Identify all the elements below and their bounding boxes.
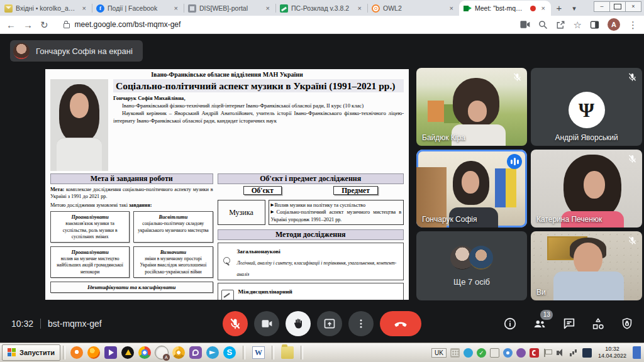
browser-tab-strip: Вхідні • korolko_andr@ × f Події | Faceb… — [0, 0, 644, 16]
participant-name: Андрій Яворський — [531, 133, 642, 142]
presenting-banner-text: Гончарук Софія на екрані — [36, 47, 133, 56]
reload-icon[interactable]: ↻ — [40, 20, 48, 30]
meeting-time: 10:32 — [11, 319, 33, 329]
tile-baidiuk-kira[interactable]: Байдюк Кіра — [416, 68, 527, 146]
close-icon[interactable]: × — [81, 4, 87, 12]
app-tray-icon[interactable] — [582, 348, 592, 358]
antivirus-icon[interactable]: ✓ — [477, 348, 486, 358]
maximize-button[interactable] — [609, 1, 626, 12]
profile-avatar[interactable]: A — [608, 18, 620, 31]
language-indicator[interactable]: UK — [431, 348, 447, 358]
viber-icon[interactable] — [189, 346, 202, 359]
share-icon[interactable] — [556, 20, 565, 30]
address-bar[interactable]: meet.google.com/bst-mqmx-gef — [56, 20, 512, 29]
raise-hand-button[interactable] — [286, 311, 311, 336]
browser-menu-icon[interactable]: ⋮ — [628, 20, 638, 30]
close-icon[interactable]: × — [265, 4, 271, 12]
side-panel-icon[interactable] — [590, 20, 599, 30]
bookmark-star-icon[interactable]: ☆ — [574, 20, 582, 30]
person-silhouette — [553, 272, 624, 300]
task-text: взаємозв'язок музики та суспільства, рол… — [63, 221, 118, 239]
back-icon[interactable]: ← — [6, 20, 16, 30]
tab-owl2[interactable]: OWL2 × — [367, 1, 459, 16]
chat-button[interactable] — [562, 317, 576, 331]
volume-icon[interactable] — [556, 348, 565, 358]
zoom-icon[interactable] — [538, 20, 548, 30]
tab-dis-portal[interactable]: DIS[WEB]-portal × — [184, 1, 275, 16]
tile-andrii-yavorskyi[interactable]: Ψ Андрій Яворський — [531, 68, 642, 146]
tab-facebook[interactable]: f Події | Facebook × — [92, 1, 184, 16]
clipboard-icon[interactable] — [490, 348, 499, 358]
kmplayer-icon[interactable] — [104, 346, 117, 359]
tile-more-people[interactable]: Ще 7 осіб — [416, 231, 527, 300]
tile-you[interactable]: Ви — [531, 231, 642, 300]
tab-mail[interactable]: Вхідні • korolko_andr@ × — [0, 1, 92, 16]
slide-organization: Івано-Франківське обласне відділення МАН… — [50, 71, 404, 78]
divider — [272, 346, 274, 359]
close-icon[interactable]: × — [173, 4, 179, 12]
new-tab-button[interactable]: + — [551, 1, 567, 16]
firefox-icon[interactable] — [87, 346, 100, 359]
tab-ps-rozklad[interactable]: ПС-Розклад v.3.8.2 × — [275, 1, 367, 16]
tile-kateryna-pecheniuk[interactable]: Катерина Печенюк — [531, 150, 642, 228]
speaking-indicator-icon — [507, 154, 522, 169]
tab-title: DIS[WEB]-portal — [199, 4, 262, 12]
windows-logo-icon — [8, 348, 16, 357]
mic-toggle-button[interactable] — [223, 311, 248, 336]
more-options-button[interactable] — [348, 311, 374, 336]
window-close-button[interactable]: × — [625, 1, 641, 12]
divider — [40, 319, 41, 329]
method-name: Міждисциплінарний — [238, 288, 292, 295]
telegram-tray-icon[interactable] — [464, 348, 473, 358]
aimp-icon[interactable] — [121, 346, 134, 359]
present-screen-button[interactable] — [317, 311, 342, 336]
camera-permission-icon[interactable] — [519, 20, 530, 29]
background-decor — [428, 101, 444, 122]
task-text: зміни в музичному просторі України внасл… — [140, 256, 206, 275]
meeting-details-button[interactable] — [503, 317, 517, 331]
show-desktop-icon[interactable] — [633, 346, 641, 359]
close-icon[interactable]: × — [540, 4, 547, 12]
window-controls: – × — [594, 1, 641, 12]
keyboard-icon[interactable] — [450, 348, 460, 358]
telegram-icon[interactable] — [206, 346, 219, 359]
action-center-flag-icon[interactable] — [543, 348, 552, 358]
ukraine-flag-decor — [506, 168, 516, 207]
url-text: meet.google.com/bst-mqmx-gef — [75, 20, 181, 29]
security-tray-icon[interactable] — [530, 348, 539, 358]
monitor-tray-icon[interactable] — [503, 348, 513, 358]
chrome-active-icon[interactable]: A — [155, 346, 168, 359]
start-button[interactable]: Запустити — [2, 344, 60, 361]
taskbar-clock[interactable]: 10:32 14.04.2022 — [596, 346, 629, 360]
facebook-icon: f — [96, 4, 104, 13]
task-box: Висвітлитисоціально-політичну складову у… — [133, 211, 213, 243]
activities-button[interactable] — [591, 317, 605, 331]
tab-meet-active[interactable]: Meet: "bst-mqmx-g × — [459, 1, 551, 16]
network-icon[interactable] — [569, 348, 579, 358]
shared-presentation-slide: Івано-Франківське обласне відділення МАН… — [45, 69, 409, 300]
leave-call-button[interactable] — [380, 311, 421, 336]
minimize-button[interactable]: – — [594, 1, 610, 12]
file-manager-icon[interactable] — [281, 346, 294, 359]
tab-search-chevron-icon[interactable]: ▾ — [567, 1, 581, 16]
viber-tray-icon[interactable] — [516, 348, 526, 358]
task-lead: Ідентифікувати — [87, 284, 128, 290]
ps-rozklad-icon — [280, 4, 288, 13]
tasks-intro: Метою дослідження зумовлені такі завданн… — [50, 202, 213, 209]
forward-icon[interactable]: → — [23, 20, 33, 30]
close-icon[interactable]: × — [448, 4, 455, 12]
dis-portal-icon — [188, 4, 196, 13]
close-icon[interactable]: × — [357, 4, 363, 12]
tile-honcharuk-sofia[interactable]: Гончарук Софія — [416, 150, 527, 228]
goal-meta-label: Мета: — [50, 187, 64, 192]
skype-icon[interactable]: S — [223, 346, 236, 359]
word-icon[interactable]: W — [252, 346, 265, 359]
arrow-bullet-icon: ▶ — [271, 202, 274, 207]
show-everyone-button[interactable]: 13 — [532, 317, 547, 331]
camera-toggle-button[interactable] — [254, 311, 279, 336]
chrome-canary-icon[interactable] — [172, 346, 185, 359]
host-controls-button[interactable] — [620, 317, 634, 331]
object-section-header: Об'єкт і предмет дослідження — [218, 173, 404, 184]
chrome-icon[interactable] — [138, 346, 151, 359]
media-player-icon[interactable] — [70, 346, 83, 359]
